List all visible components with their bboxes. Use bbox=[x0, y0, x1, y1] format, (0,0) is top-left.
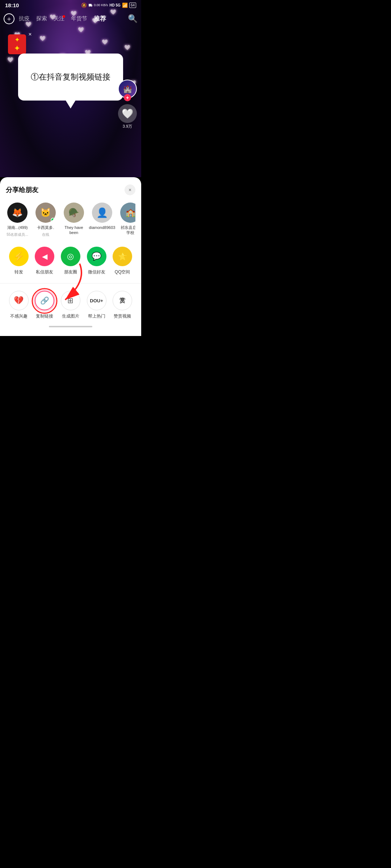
not-interested-icon: 💔 bbox=[14, 296, 24, 305]
online-indicator bbox=[51, 218, 55, 222]
contact-avatar-diamond: 👤 bbox=[92, 203, 112, 223]
generate-image-label: 生成图片 bbox=[62, 313, 79, 319]
qq-label: QQ空间 bbox=[115, 269, 130, 275]
nav-nianhuojie[interactable]: 年货节 bbox=[69, 14, 89, 24]
top-nav: ＋ 抗疫 探索 关注 年货节 推荐 🔍 bbox=[0, 10, 141, 27]
action-hot-topic[interactable]: DOU+ 帮上热门 bbox=[86, 291, 108, 319]
hot-topic-icon: DOU+ bbox=[90, 298, 103, 303]
not-interested-label: 不感兴趣 bbox=[10, 313, 28, 319]
highlight-circle bbox=[31, 287, 58, 315]
share-action-qq[interactable]: ⭐ QQ空间 bbox=[112, 247, 133, 275]
like-button[interactable]: 🤍 3.9万 bbox=[118, 104, 137, 129]
speech-bubble: ①在抖音复制视频链接 bbox=[18, 54, 123, 101]
bubble-text: ①在抖音复制视频链接 bbox=[31, 72, 110, 81]
divider bbox=[0, 283, 141, 284]
status-time: 18:10 bbox=[5, 2, 19, 8]
contact-name-hunan: 湖南...(499) bbox=[7, 225, 28, 230]
action-not-interested[interactable]: 💔 不感兴趣 bbox=[8, 291, 30, 319]
contact-item-school[interactable]: 🏫 祁东县启航学校 bbox=[119, 203, 135, 237]
like-count: 3.9万 bbox=[123, 124, 132, 129]
action-copy-link[interactable]: 🔗 复制链接 bbox=[34, 291, 55, 319]
forward-icon-circle: ⚡ bbox=[9, 247, 29, 266]
red-envelope[interactable]: ✦ bbox=[8, 34, 26, 54]
close-envelope-button[interactable]: ✕ bbox=[28, 32, 32, 37]
bottom-icons-row: 💔 不感兴趣 🔗 复制链接 ⊞ 生成图片 DOU+ 帮上热门 bbox=[6, 291, 135, 319]
nav-tuijian[interactable]: 推荐 bbox=[92, 13, 108, 24]
svg-point-1 bbox=[32, 289, 57, 313]
contact-sub-kaximodue: 在线 bbox=[42, 232, 49, 237]
private-icon-circle: ◀ bbox=[35, 247, 54, 266]
contact-name-kaximodue: 卡西莫多. bbox=[37, 225, 54, 230]
moments-icon-circle: ◎ bbox=[61, 247, 80, 266]
reward-label: 赞赏视频 bbox=[114, 313, 131, 319]
share-action-forward[interactable]: ⚡ 转发 bbox=[8, 247, 30, 275]
forward-icon: ⚡ bbox=[13, 251, 25, 262]
contact-item-hunan[interactable]: 🦊 湖南...(499) 55名群成员... bbox=[6, 203, 29, 237]
private-icon: ◀ bbox=[42, 252, 47, 261]
contact-avatar-school: 🏫 bbox=[120, 203, 135, 223]
wechat-icon: 💬 bbox=[92, 252, 101, 261]
battery: 64 bbox=[129, 3, 136, 8]
share-close-button[interactable]: × bbox=[125, 184, 135, 195]
avatar-container[interactable]: 🏰 + bbox=[118, 80, 137, 98]
share-action-moments[interactable]: ◎ 朋友圈 bbox=[60, 247, 81, 275]
add-button[interactable]: ＋ bbox=[4, 13, 14, 24]
forward-label: 转发 bbox=[14, 269, 23, 275]
contact-avatar-kaximodue: 🐱 bbox=[35, 203, 56, 223]
heart-icon: 🤍 bbox=[118, 104, 137, 123]
contact-item-kaximodue[interactable]: 🐱 卡西莫多. 在线 bbox=[34, 203, 57, 237]
contact-avatar-theyhavebeen: 🪖 bbox=[64, 203, 84, 223]
contact-row[interactable]: 🦊 湖南...(499) 55名群成员... 🐱 卡西莫多. 在线 🪖 bbox=[6, 203, 135, 239]
search-icon[interactable]: 🔍 bbox=[128, 14, 138, 24]
contact-sub-hunan: 55名群成员... bbox=[7, 232, 28, 237]
nav-kangyi[interactable]: 抗疫 bbox=[17, 14, 32, 24]
contact-name-theyhavebeen: They have been bbox=[62, 225, 85, 235]
moments-icon: ◎ bbox=[67, 252, 74, 261]
action-reward[interactable]: 赏 赞赏视频 bbox=[112, 291, 133, 319]
close-icon: × bbox=[129, 187, 131, 193]
bottom-bar bbox=[6, 323, 135, 330]
reward-icon-circle: 赏 bbox=[113, 291, 132, 310]
moments-label: 朋友圈 bbox=[64, 269, 77, 275]
status-bar: 18:10 🔕 ⛟ 0.00 KB/s HD 5G 📶 64 bbox=[0, 0, 141, 10]
wechat-label: 微信好友 bbox=[88, 269, 105, 275]
qq-icon: ⭐ bbox=[118, 252, 127, 261]
hot-topic-label: 帮上热门 bbox=[88, 313, 105, 319]
contact-name-school: 祁东县启航学校 bbox=[119, 225, 135, 235]
qq-icon-circle: ⭐ bbox=[113, 247, 132, 266]
hot-topic-icon-circle: DOU+ bbox=[87, 291, 106, 310]
generate-image-icon: ⊞ bbox=[67, 296, 73, 305]
plus-icon: ＋ bbox=[6, 14, 12, 23]
follow-button[interactable]: + bbox=[124, 94, 131, 101]
contact-item-diamond[interactable]: 👤 diamond89603 bbox=[91, 203, 114, 237]
right-actions: 🏰 + 🤍 3.9万 bbox=[118, 80, 137, 129]
nav-guanzhu[interactable]: 关注 bbox=[51, 14, 67, 24]
network-icon: ⛟ bbox=[88, 3, 92, 8]
mute-icon: 🔕 bbox=[81, 3, 87, 8]
status-right: 🔕 ⛟ 0.00 KB/s HD 5G 📶 64 bbox=[81, 3, 136, 8]
share-header: 分享给朋友 × bbox=[6, 184, 135, 195]
nav-tansuo[interactable]: 探索 bbox=[34, 14, 49, 24]
network-speed: 0.00 KB/s bbox=[94, 4, 108, 7]
contact-avatar-hunan: 🦊 bbox=[7, 203, 28, 223]
home-indicator bbox=[49, 326, 92, 327]
share-action-private[interactable]: ◀ 私信朋友 bbox=[34, 247, 55, 275]
share-panel: 分享给朋友 × 🦊 湖南...(499) 55名群成员... 🐱 卡西莫多. bbox=[0, 177, 141, 336]
share-action-wechat[interactable]: 💬 微信好友 bbox=[86, 247, 108, 275]
contact-item-theyhavebeen[interactable]: 🪖 They have been bbox=[62, 203, 85, 237]
contact-name-diamond: diamond89603 bbox=[89, 225, 115, 230]
generate-image-icon-circle: ⊞ bbox=[61, 291, 80, 310]
not-interested-icon-circle: 💔 bbox=[9, 291, 29, 310]
signal-icon: 📶 bbox=[122, 3, 128, 8]
network-type: HD 5G bbox=[109, 3, 121, 7]
action-icons-row: ⚡ 转发 ◀ 私信朋友 ◎ 朋友圈 💬 微信好友 ⭐ QQ空 bbox=[6, 247, 135, 275]
wechat-icon-circle: 💬 bbox=[87, 247, 106, 266]
action-generate-image[interactable]: ⊞ 生成图片 bbox=[60, 291, 81, 319]
private-label: 私信朋友 bbox=[36, 269, 53, 275]
envelope-decoration: ✦ bbox=[14, 44, 20, 53]
share-title: 分享给朋友 bbox=[6, 186, 38, 194]
reward-icon: 赏 bbox=[119, 297, 125, 305]
